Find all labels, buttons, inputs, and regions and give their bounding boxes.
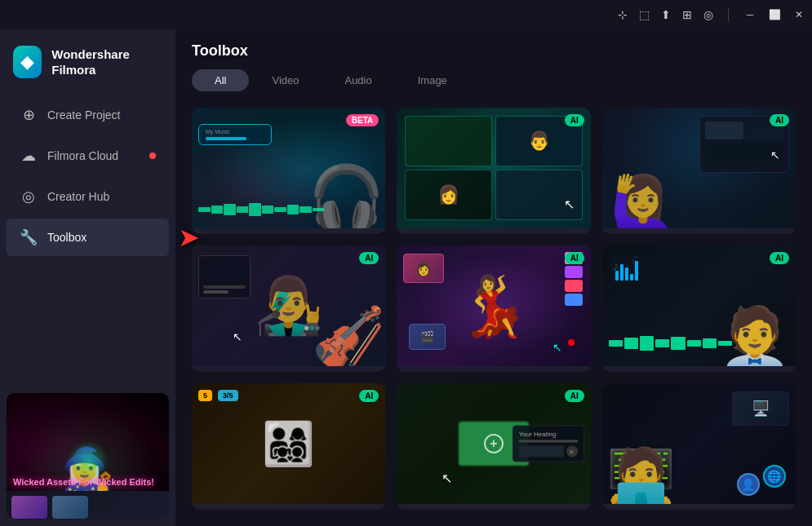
promo-thumb-1[interactable] <box>11 496 47 519</box>
grid-icon[interactable]: ⊞ <box>682 8 692 21</box>
badge-ai-scene: AI <box>770 114 789 126</box>
filter-tab-audio[interactable]: Audio <box>322 69 394 91</box>
filter-tab-video[interactable]: Video <box>249 69 322 91</box>
talking-head-person: 🧑‍💻 <box>606 449 676 504</box>
tool-thumb-smart-short-clips: 👨 👩 ↖ AI <box>397 108 590 228</box>
tool-card-smart-scene-cut[interactable]: 🙋‍♀️ ↖ AI Smart Scene Cut <box>602 108 796 234</box>
tool-label-audio-to-video: Audio To Video <box>192 228 385 234</box>
notification-dot <box>149 152 156 159</box>
equalizer <box>610 255 643 284</box>
headset-icon[interactable]: ◎ <box>703 8 713 21</box>
badge-ai-color: AI <box>565 252 584 264</box>
tool-thumb-row3b: + Your Healing ✕ ↖ AI <box>397 383 590 504</box>
tool-ui-overlay: Your Healing ✕ <box>512 426 584 462</box>
tool-thumb-smart-bgm: 🧑‍💼 ♪ ♫ <box>602 245 796 366</box>
enhancer-ui <box>198 255 251 298</box>
person-headphones: 🎧 <box>308 166 385 228</box>
tool-card-row3a[interactable]: 👨‍👩‍👧‍👦 5 3/5 AI <box>192 383 385 510</box>
photo-card-1: 👩 <box>403 254 444 283</box>
cursor-enhancer: ↖ <box>233 330 242 343</box>
title-bar: ⊹ ⬚ ⬆ ⊞ ◎ ─ ⬜ ✕ <box>0 0 812 29</box>
filter-tab-image[interactable]: Image <box>395 69 470 91</box>
send-icon[interactable]: ⊹ <box>618 8 628 21</box>
brand: ◆ Wondershare Filmora <box>0 36 175 95</box>
promo-banner[interactable]: #TRENDINGINFILMORA 🧙‍♀️ Wicked Assets Fo… <box>7 393 169 519</box>
cursor: ↖ <box>564 197 575 212</box>
sidebar-item-toolbox[interactable]: 🔧 Toolbox ➤ <box>7 219 169 256</box>
sidebar-item-toolbox-label: Toolbox <box>47 231 87 244</box>
page-title: Toolbox <box>192 42 796 60</box>
content-header: Toolbox All Video Audio Image <box>175 29 812 99</box>
tool-label-row3a <box>192 504 385 510</box>
tool-card-audio-to-video[interactable]: 🎧 My Music <box>192 108 385 234</box>
avatar-circles: 👤 🌐 <box>737 473 786 496</box>
family-content: 👨‍👩‍👧‍👦 <box>192 383 385 504</box>
tool-thumb-ai-color-palette: 💃 👩 🎬 ↖ AI <box>397 245 590 366</box>
badge-ai-row3b: AI <box>565 390 584 402</box>
tool-card-row3c[interactable]: 🧑‍💻 🖥️ 👤 🌐 <box>602 383 796 510</box>
maximize-button[interactable]: ⬜ <box>768 8 781 21</box>
photo-card-2: 🎬 <box>409 324 446 350</box>
tool-card-smart-short-clips[interactable]: 👨 👩 ↖ AI Smart Short Clips <box>397 108 590 234</box>
badge-ai-bgm: AI <box>770 252 789 264</box>
tool-card-ai-color-palette[interactable]: 💃 👩 🎬 ↖ AI <box>397 245 590 372</box>
logo-icon: ◆ <box>20 51 34 73</box>
upload-icon[interactable]: ⬆ <box>661 8 671 21</box>
create-icon: ⊕ <box>20 106 38 124</box>
sidebar-item-creator[interactable]: ◎ Creator Hub <box>7 178 169 215</box>
brand-logo: ◆ <box>13 46 42 78</box>
divider <box>728 8 729 21</box>
badge-beta: BETA <box>346 114 379 126</box>
promo-bg: #TRENDINGINFILMORA 🧙‍♀️ Wicked Assets Fo… <box>7 393 169 491</box>
cursor-color: ↖ <box>552 341 562 354</box>
promo-thumbnails <box>7 491 169 519</box>
tool-thumb-smart-scene-cut: 🙋‍♀️ ↖ AI <box>602 108 796 228</box>
creator-icon: ◎ <box>20 188 38 206</box>
app-body: ◆ Wondershare Filmora ⊕ Create Project ☁… <box>0 29 812 526</box>
sidebar-item-cloud-label: Filmora Cloud <box>47 149 118 162</box>
tool-card-smart-bgm[interactable]: 🧑‍💼 ♪ ♫ <box>602 245 796 372</box>
red-dot <box>568 339 575 346</box>
badge-ai-enhancer: AI <box>359 252 379 264</box>
tool-label-ai-video-enhancer: AI Video Enhancer <box>192 366 385 372</box>
sidebar-item-create[interactable]: ⊕ Create Project <box>7 96 169 134</box>
badge-ai: AI <box>565 114 584 126</box>
sidebar: ◆ Wondershare Filmora ⊕ Create Project ☁… <box>0 29 175 526</box>
filter-tabs: All Video Audio Image <box>192 69 796 91</box>
sidebar-item-creator-label: Creator Hub <box>47 190 109 203</box>
cloud-icon: ☁ <box>20 147 38 165</box>
badge-num-row3a: 5 <box>198 390 212 401</box>
tool-label-smart-scene-cut: Smart Scene Cut <box>602 228 796 234</box>
tool-thumb-audio-to-video: 🎧 My Music <box>192 108 385 228</box>
screen-thumbs: 🖥️ <box>732 391 789 426</box>
tool-label-smart-bgm: Smart BGM Generation <box>602 366 796 372</box>
tool-label-row3b <box>397 504 590 510</box>
tool-thumb-ai-video-enhancer: 🎻 👨‍🎤 ↖ AI <box>192 245 385 366</box>
person-scene: 🙋‍♀️ <box>610 176 676 228</box>
tool-card-row3b[interactable]: + Your Healing ✕ ↖ AI <box>397 383 590 510</box>
clip-grid: 👨 👩 <box>397 108 590 228</box>
tool-label-ai-color-palette: AI Color Palette <box>397 366 590 372</box>
waveform <box>198 202 324 217</box>
cursor-row3b: ↖ <box>441 471 452 486</box>
tool-thumb-row3a: 👨‍👩‍👧‍👦 5 3/5 AI <box>192 383 385 504</box>
ui-cards-overlay: My Music <box>198 124 272 145</box>
sidebar-item-create-label: Create Project <box>47 108 120 122</box>
monitor-icon[interactable]: ⬚ <box>639 8 650 21</box>
bgm-waveform <box>609 335 732 351</box>
sidebar-item-cloud[interactable]: ☁ Filmora Cloud <box>7 137 169 175</box>
toolbox-icon: 🔧 <box>20 228 38 246</box>
filter-tab-all[interactable]: All <box>192 69 249 91</box>
close-button[interactable]: ✕ <box>792 8 805 21</box>
promo-thumb-2[interactable] <box>52 496 88 519</box>
tool-label-smart-short-clips: Smart Short Clips <box>397 228 590 234</box>
main-content: Toolbox All Video Audio Image 🎧 My Music <box>175 29 812 526</box>
badge-num2-row3a: 3/5 <box>218 390 238 401</box>
badge-ai-row3a: AI <box>359 390 379 402</box>
brand-name: Wondershare Filmora <box>51 46 162 78</box>
tool-label-row3c <box>602 504 796 510</box>
tool-card-ai-video-enhancer[interactable]: 🎻 👨‍🎤 ↖ AI AI Video Enhancer <box>192 245 385 372</box>
toolbox-grid: 🎧 My Music <box>175 99 812 526</box>
minimize-button[interactable]: ─ <box>743 8 757 21</box>
promo-title: Wicked Assets For Wicked Edits! <box>7 474 169 491</box>
